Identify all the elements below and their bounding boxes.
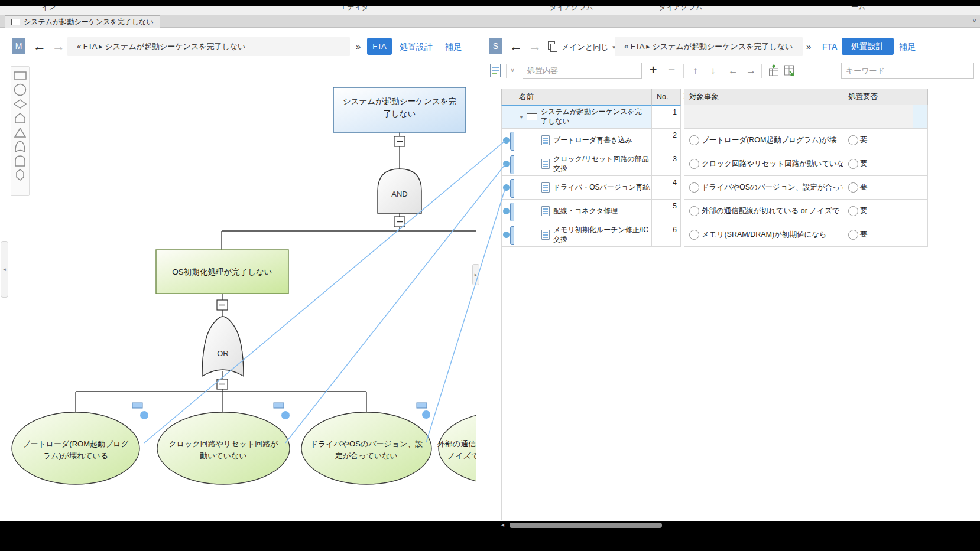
treatment-badge[interactable] (274, 403, 290, 419)
table-row-gutter[interactable] (501, 200, 514, 223)
expand-breadcrumb[interactable]: » (806, 41, 811, 51)
table-row-name[interactable]: 配線・コネクタ修理 (514, 200, 652, 223)
chevron-down-icon[interactable]: ∨ (510, 66, 515, 74)
tab-fta-sub[interactable]: FTA (822, 42, 837, 51)
chevron-down-icon[interactable]: ˅ (973, 17, 976, 24)
tab-design-sub[interactable]: 処置設計 (842, 38, 894, 55)
treatment-badge[interactable] (417, 403, 430, 419)
radio-icon[interactable] (848, 135, 858, 145)
insert-table-icon[interactable] (784, 64, 794, 77)
collapse-toggle[interactable] (394, 217, 405, 227)
table-header-required[interactable]: 処置要否 (843, 89, 913, 105)
back-arrow[interactable]: ← (510, 40, 523, 53)
move-down-button[interactable]: ↓ (710, 65, 716, 77)
sub-pane-badge: S (489, 38, 502, 54)
keyword-search-input[interactable] (841, 63, 974, 79)
collapse-toggle[interactable] (394, 136, 405, 146)
move-left-button[interactable]: ← (728, 65, 738, 77)
table-row-no: 4 (652, 176, 681, 200)
or-gate[interactable]: OR (202, 317, 244, 376)
menu-fragment: エディタ (340, 6, 369, 12)
table-header-no[interactable]: No. (652, 89, 681, 105)
radio-icon[interactable] (848, 182, 858, 193)
table-header-target[interactable]: 対象事象 (684, 89, 843, 105)
required-text: 要 (860, 182, 868, 193)
table-row-gutter[interactable] (501, 152, 514, 176)
intermediate-event-node[interactable]: OS初期化処理が完了しない (156, 250, 288, 294)
event-rect-icon (527, 113, 537, 120)
radio-icon[interactable] (848, 230, 858, 240)
add-row-button[interactable]: + (650, 63, 657, 77)
table-row-target[interactable]: ブートローダ(ROM起動プログラム)が壊 (684, 129, 843, 152)
top-event-node[interactable]: システムが起動シーケンスを完 了しない (333, 87, 466, 132)
toolbar-separator (506, 64, 507, 78)
target-event-text: メモリ(SRAM/DRAM)が初期値になら (702, 230, 827, 240)
treatment-doc-icon (541, 206, 550, 216)
link-anchor-dot[interactable] (503, 184, 510, 191)
tree-view-icon[interactable] (768, 64, 779, 77)
table-row-target[interactable]: メモリ(SRAM/DRAM)が初期値になら (684, 223, 843, 247)
menu-fragment: イン (41, 6, 56, 12)
table-row-extra (913, 129, 928, 152)
forward-arrow[interactable]: → (528, 40, 541, 53)
radio-icon[interactable] (848, 159, 858, 169)
table-row-required[interactable]: 要 (843, 129, 913, 152)
collapse-toggle[interactable] (217, 379, 228, 389)
table-row-target[interactable]: ドライバやOSのバージョン、設定が合ってい (684, 176, 843, 200)
table-row-required[interactable]: 要 (843, 223, 913, 247)
scroll-left-arrow[interactable]: ◂ (501, 521, 504, 528)
target-event-text: 外部の通信配線が切れている or ノイズで (702, 206, 840, 216)
table-row-name[interactable]: ブートローダ再書き込み (514, 129, 652, 152)
table-header-name[interactable]: 名前 (514, 89, 652, 105)
table-row-target[interactable]: クロック回路やリセット回路が動いていない (684, 152, 843, 176)
fta-diagram: システムが起動シーケンスを完 了しない AND OS初期化処理が完了しない (0, 28, 476, 521)
event-circle-icon (689, 206, 699, 216)
svg-text:了しない: 了しない (384, 109, 416, 118)
treatment-content-input[interactable] (523, 63, 642, 79)
table-row-required[interactable]: 要 (843, 176, 913, 200)
basic-event-node[interactable]: 外部の通信配線が切れている or ノイズで誤動作 (437, 412, 476, 484)
table-row-target[interactable]: 外部の通信配線が切れている or ノイズで (684, 200, 843, 223)
remove-row-button[interactable]: − (668, 63, 675, 77)
breadcrumb[interactable]: « FTA ▸ システムが起動シーケンスを完了しない (615, 37, 803, 56)
horizontal-scrollbar-thumb[interactable] (510, 523, 662, 528)
event-circle-icon (689, 159, 699, 169)
event-circle-icon (689, 182, 699, 193)
basic-event-node[interactable]: ブートローダ(ROM起動プログ ラム)が壊れている (12, 412, 139, 484)
svg-text:ノイズで誤動作: ノイズで誤動作 (447, 451, 476, 460)
document-tab[interactable]: システムが起動シーケンスを完了しない (5, 15, 160, 28)
table-row-gutter[interactable] (501, 176, 514, 200)
table-row-extra (913, 223, 928, 247)
move-right-button[interactable]: → (746, 65, 756, 77)
link-anchor-dot[interactable] (503, 137, 510, 144)
table-row-name[interactable]: クロック/リセット回路の部品交換 (514, 152, 652, 176)
table-header-gutter (501, 89, 514, 105)
target-event-text: ブートローダ(ROM起動プログラム)が壊 (702, 135, 836, 145)
svg-text:ブートローダ(ROM起動プログ: ブートローダ(ROM起動プログ (22, 439, 129, 448)
breadcrumb-text: « FTA ▸ システムが起動シーケンスを完了しない (624, 41, 793, 52)
link-anchor-dot[interactable] (503, 232, 510, 238)
row-name-text: 配線・コネクタ修理 (553, 207, 651, 216)
and-gate[interactable]: AND (378, 169, 421, 213)
collapse-toggle[interactable] (217, 300, 228, 310)
table-row-name[interactable]: ドライバ・OSバージョン再統一 (514, 176, 652, 200)
tab-supplement-sub[interactable]: 補足 (899, 42, 916, 53)
table-row-name[interactable]: ▼ システムが起動シーケンスを完了しない (514, 105, 652, 129)
svg-text:ドライバやOSのバージョン、設: ドライバやOSのバージョン、設 (310, 439, 423, 448)
basic-event-node[interactable]: クロック回路やリセット回路が 動いていない (157, 412, 290, 484)
radio-icon[interactable] (848, 206, 858, 216)
table-row-required[interactable]: 要 (843, 200, 913, 223)
link-anchor-dot[interactable] (503, 161, 510, 167)
expander-icon[interactable]: ▼ (519, 115, 524, 120)
same-as-main-dropdown[interactable]: メインと同じ ▼ (562, 42, 616, 53)
table-row-required[interactable]: 要 (843, 152, 913, 176)
table-row-gutter[interactable] (501, 129, 514, 152)
link-anchor-dot[interactable] (503, 208, 510, 214)
table-row-gutter[interactable] (501, 223, 514, 247)
table-row-name[interactable]: メモリ初期化ルーチン修正/IC交換 (514, 223, 652, 247)
basic-event-node[interactable]: ドライバやOSのバージョン、設 定が合っていない (301, 412, 431, 484)
table-row-extra (913, 105, 928, 129)
treatment-badge[interactable] (132, 403, 148, 419)
move-up-button[interactable]: ↑ (693, 65, 698, 77)
treatment-doc-icon[interactable] (490, 64, 501, 77)
